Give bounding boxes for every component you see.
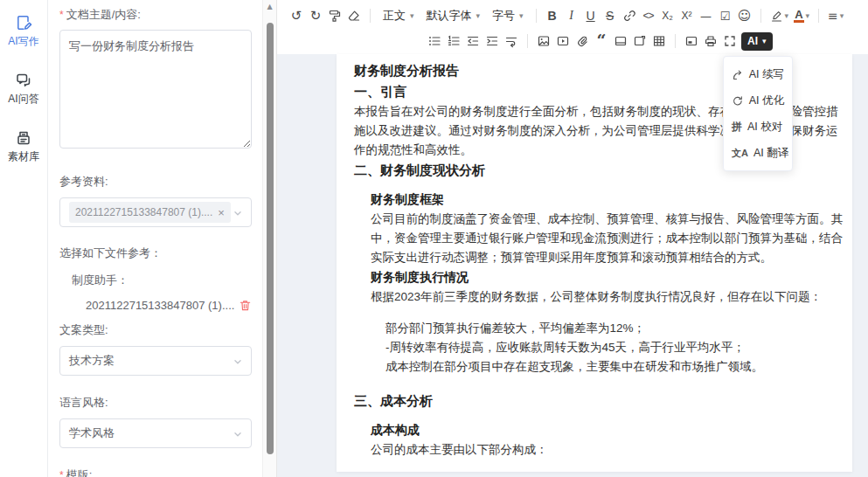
horizontal-rule-button[interactable]: — <box>697 6 716 25</box>
type-select[interactable]: 技术方案 <box>59 346 252 376</box>
type-label: 文案类型: <box>59 322 252 338</box>
divider <box>370 9 371 23</box>
paragraph-style-dropdown[interactable]: 正文▾ <box>377 6 420 25</box>
topic-label: *文档主题/内容: <box>59 7 252 23</box>
embed-panel-button[interactable] <box>682 31 701 51</box>
bullet-list-button[interactable] <box>425 31 444 51</box>
sidebar-item-ai-qa[interactable]: AI问答 <box>8 72 38 107</box>
embed-panel-icon <box>684 34 698 48</box>
ordered-list-button[interactable] <box>444 31 463 51</box>
line-wrap-button[interactable] <box>502 31 521 51</box>
panel-scrollbar: ▲ <box>262 0 277 477</box>
scrollbar-thumb[interactable] <box>267 23 274 454</box>
print-button[interactable] <box>701 31 720 51</box>
remove-tag-icon[interactable]: × <box>218 207 225 218</box>
ai-dropdown-menu: AI 续写 AI 优化 拼 AI 校对 文A AI 翻译 <box>723 56 793 171</box>
caret-down-icon: ▾ <box>785 12 789 20</box>
required-star: * <box>59 469 64 477</box>
ai-menu-item-continue[interactable]: AI 续写 <box>724 61 792 87</box>
divider <box>760 9 761 23</box>
ai-dropdown-button[interactable]: AI ▾ <box>741 32 773 51</box>
toolbar-row-1: ↺ ↻ 正文▾ 默认字体▾ 字号▾ B <box>287 4 863 27</box>
ai-writing-form: *文档主题/内容: 写一份财务制度分析报告 参考资料: 202112271513… <box>49 0 262 477</box>
blockquote-button[interactable]: “ <box>592 31 611 51</box>
insert-table-button[interactable] <box>649 31 669 51</box>
file-name: 2021122715133847807 (1).... <box>86 299 234 312</box>
link-button[interactable] <box>620 6 639 25</box>
style-label: 语言风格: <box>59 395 252 411</box>
scroll-up-icon[interactable]: ▲ <box>263 3 276 10</box>
print-icon <box>704 34 718 48</box>
chevron-down-icon <box>232 207 244 219</box>
ai-translate-icon: 文A <box>732 149 748 158</box>
doc-heading: 三、成本分析 <box>354 391 844 411</box>
chevron-down-icon <box>232 356 244 368</box>
outdent-button[interactable] <box>463 31 483 51</box>
sidebar-item-label: AI问答 <box>8 92 38 107</box>
link-icon <box>622 9 636 23</box>
redo-button[interactable]: ↻ <box>306 6 325 25</box>
reference-label: 参考资料: <box>59 174 252 190</box>
caret-down-icon: ▾ <box>840 12 844 20</box>
attachment-button[interactable] <box>573 31 592 51</box>
caret-down-icon: ▾ <box>806 12 810 20</box>
reference-select[interactable]: 2021122715133847807 (1).... × <box>59 197 252 227</box>
type-value: 技术方案 <box>69 353 115 369</box>
caret-down-icon: ▾ <box>476 12 481 20</box>
task-list-button[interactable]: ☑ <box>716 6 735 25</box>
emoji-button[interactable]: ☺ <box>735 6 754 25</box>
video-icon <box>556 34 570 48</box>
ai-menu-item-optimize[interactable]: AI 优化 <box>724 87 792 114</box>
indent-button[interactable] <box>483 31 502 51</box>
divider <box>818 9 819 23</box>
card-block-icon <box>614 34 628 48</box>
delete-file-icon[interactable] <box>239 299 252 312</box>
fullscreen-button[interactable] <box>720 31 740 51</box>
insert-image-button[interactable] <box>534 31 553 51</box>
paperclip-icon <box>575 34 589 48</box>
insert-video-button[interactable] <box>553 31 573 51</box>
page-break-button[interactable] <box>630 31 649 51</box>
doc-paragraph: 根据2023年前三季度的财务数据，公司整体财务制度执行情况良好，但存在以下问题： <box>371 287 844 307</box>
file-select-label: 选择如下文件参考： <box>59 245 252 261</box>
ai-menu-item-translate[interactable]: 文A AI 翻译 <box>724 140 792 166</box>
bold-button[interactable]: B <box>543 6 562 25</box>
topic-input[interactable]: 写一份财务制度分析报告 <box>59 30 252 149</box>
chevron-down-icon <box>232 428 244 440</box>
font-size-dropdown[interactable]: 字号▾ <box>486 6 530 25</box>
superscript-button[interactable]: X² <box>677 6 697 25</box>
assistant-label: 制度助手： <box>72 273 252 288</box>
eraser-icon <box>347 9 361 23</box>
indent-icon <box>485 34 499 48</box>
font-family-dropdown[interactable]: 默认字体▾ <box>420 6 487 25</box>
sidebar-item-material-library[interactable]: 素材库 <box>8 129 39 164</box>
underline-button[interactable]: U <box>581 6 601 25</box>
sidebar-item-ai-writing[interactable]: AI写作 <box>8 14 38 49</box>
highlight-color-button[interactable]: ▾ <box>767 6 792 25</box>
format-painter-button[interactable] <box>325 6 344 25</box>
strikethrough-button[interactable]: S <box>601 6 620 25</box>
style-select[interactable]: 学术风格 <box>59 418 252 448</box>
undo-button[interactable]: ↺ <box>287 6 306 25</box>
highlight-pen-icon <box>770 10 783 23</box>
divider <box>675 34 676 48</box>
app-nav-rail: AI写作 AI问答 素材库 <box>0 0 48 477</box>
code-button[interactable]: <> <box>639 6 658 25</box>
card-block-button[interactable] <box>611 31 630 51</box>
subscript-button[interactable]: X₂ <box>658 6 677 25</box>
doc-paragraph: 公司目前的制度涵盖了资金管理、成本控制、预算管理、核算与报告、风险管理等方面。其… <box>371 210 844 267</box>
sidebar-item-label: 素材库 <box>8 149 39 164</box>
template-label: *模版: <box>59 467 252 477</box>
ai-menu-item-proofread[interactable]: 拼 AI 校对 <box>724 114 792 140</box>
align-button[interactable]: ≡ ▾ <box>825 6 846 25</box>
clear-format-button[interactable] <box>344 6 364 25</box>
reference-file-tag: 2021122715133847807 (1).... × <box>69 202 231 223</box>
doc-subheading: 财务制度执行情况 <box>371 267 844 287</box>
fullscreen-icon <box>723 34 737 48</box>
italic-button[interactable]: I <box>562 6 581 25</box>
align-icon: ≡ <box>828 10 838 22</box>
doc-list-line: 成本控制在部分项目中存在超支现象，主要集中在研发和市场推广领域。 <box>385 357 844 377</box>
font-color-button[interactable]: A ▾ <box>791 6 812 25</box>
editor-region: ↺ ↻ 正文▾ 默认字体▾ 字号▾ B <box>277 0 868 477</box>
ai-writing-icon <box>15 14 32 31</box>
